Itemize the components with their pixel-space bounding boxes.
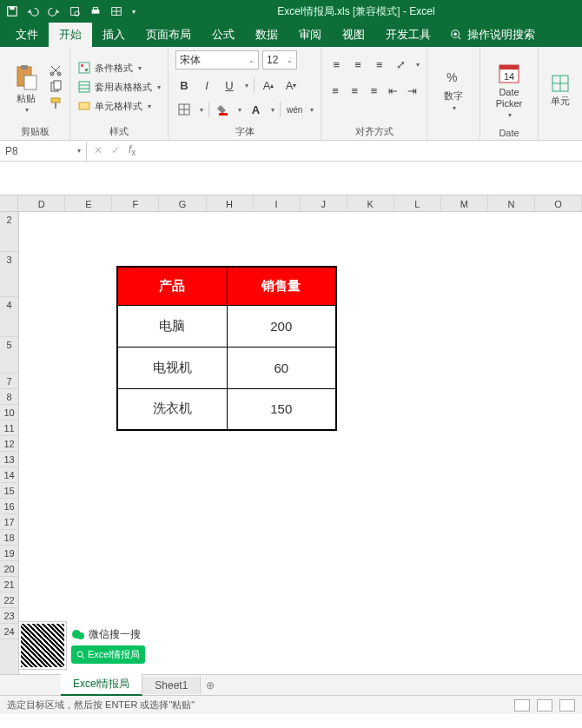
cancel-icon[interactable]: ✕ xyxy=(94,144,103,156)
wechat-badge[interactable]: Excel情报局 xyxy=(71,645,145,664)
name-box[interactable]: P8▾ xyxy=(0,142,87,161)
row-header[interactable]: 20 xyxy=(0,561,18,577)
undo-icon[interactable] xyxy=(26,4,40,18)
format-painter-icon[interactable] xyxy=(49,96,63,110)
sheet-tab[interactable]: Excel情报局 xyxy=(61,674,142,696)
borders-button[interactable] xyxy=(175,101,193,118)
table-cell[interactable]: 电视机 xyxy=(117,347,227,388)
print-icon[interactable] xyxy=(89,4,103,18)
row-header[interactable]: 23 xyxy=(0,608,18,624)
tab-dev[interactable]: 开发工具 xyxy=(375,23,441,47)
orientation-button[interactable]: ⤢ xyxy=(393,56,409,73)
row-header[interactable]: 7 xyxy=(0,374,18,389)
row-header[interactable]: 17 xyxy=(0,514,18,530)
row-header[interactable]: 16 xyxy=(0,499,18,514)
table-header[interactable]: 销售量 xyxy=(227,267,336,305)
align-middle-button[interactable]: ≡ xyxy=(350,56,367,73)
add-sheet-button[interactable]: ⊕ xyxy=(201,679,220,692)
tab-view[interactable]: 视图 xyxy=(332,23,375,47)
number-format-button[interactable]: % 数字▾ xyxy=(434,50,473,126)
underline-button[interactable]: U xyxy=(221,76,238,94)
date-picker-button[interactable]: 14 Date Picker▾ xyxy=(487,50,531,126)
italic-button[interactable]: I xyxy=(198,76,215,94)
grow-font-button[interactable]: A▴ xyxy=(260,76,277,94)
indent-inc-button[interactable]: ⇥ xyxy=(406,82,420,99)
table-format-button[interactable]: 套用表格格式▾ xyxy=(77,80,161,94)
copy-icon[interactable] xyxy=(49,80,63,94)
row-header[interactable]: 13 xyxy=(0,452,18,467)
col-header[interactable]: D xyxy=(18,195,65,211)
save-icon[interactable] xyxy=(5,4,19,18)
cells-button[interactable]: 单元 xyxy=(546,50,575,126)
phonetic-button[interactable]: wén xyxy=(286,101,303,118)
col-header[interactable]: F xyxy=(112,195,159,211)
col-header[interactable]: N xyxy=(488,195,535,211)
align-top-button[interactable]: ≡ xyxy=(328,56,345,73)
tell-me-search[interactable]: 操作说明搜索 xyxy=(441,23,544,47)
row-header[interactable]: 3 xyxy=(0,252,18,297)
col-header[interactable]: H xyxy=(207,195,254,211)
col-header[interactable]: E xyxy=(65,195,112,211)
col-header[interactable]: J xyxy=(301,195,347,211)
font-size-combo[interactable]: 12⌄ xyxy=(262,50,297,69)
tab-insert[interactable]: 插入 xyxy=(92,23,136,47)
tab-formula[interactable]: 公式 xyxy=(202,23,245,47)
row-header[interactable]: 8 xyxy=(0,389,18,405)
align-right-button[interactable]: ≡ xyxy=(367,82,380,99)
row-header[interactable]: 4 xyxy=(0,297,18,337)
shrink-font-button[interactable]: A▾ xyxy=(282,76,300,94)
row-header[interactable]: 19 xyxy=(0,546,18,561)
table-cell[interactable]: 150 xyxy=(227,388,336,430)
normal-view-button[interactable] xyxy=(514,699,530,711)
align-left-button[interactable]: ≡ xyxy=(328,82,342,99)
redo-icon[interactable] xyxy=(47,4,61,18)
worksheet-area[interactable]: D E F G H I J K L M N O 2 3 4 5 7 8 10 1… xyxy=(0,162,582,674)
col-header[interactable]: M xyxy=(441,195,488,211)
sheet-tab[interactable]: Sheet1 xyxy=(142,677,201,694)
table-cell[interactable]: 洗衣机 xyxy=(117,388,227,430)
tab-review[interactable]: 审阅 xyxy=(288,23,332,47)
row-header[interactable]: 10 xyxy=(0,405,18,420)
row-header[interactable]: 14 xyxy=(0,467,18,483)
fill-color-button[interactable] xyxy=(215,101,232,118)
align-center-button[interactable]: ≡ xyxy=(347,82,361,99)
enter-icon[interactable]: ✓ xyxy=(111,144,120,156)
indent-dec-button[interactable]: ⇤ xyxy=(387,82,400,99)
cut-icon[interactable] xyxy=(49,63,63,77)
table-header[interactable]: 产品 xyxy=(117,267,227,305)
font-color-button[interactable]: A xyxy=(247,101,264,118)
row-header[interactable]: 2 xyxy=(0,212,18,252)
select-all-corner[interactable] xyxy=(0,195,18,211)
page-break-button[interactable] xyxy=(559,699,575,711)
font-name-combo[interactable]: 宋体⌄ xyxy=(175,50,259,69)
row-header[interactable]: 15 xyxy=(0,483,18,499)
page-layout-button[interactable] xyxy=(537,699,552,711)
tab-file[interactable]: 文件 xyxy=(5,23,49,47)
tab-home[interactable]: 开始 xyxy=(49,23,92,47)
col-header[interactable]: O xyxy=(535,195,582,211)
cell-styles-button[interactable]: 单元格样式▾ xyxy=(77,99,161,113)
row-header[interactable]: 18 xyxy=(0,530,18,546)
row-header[interactable]: 12 xyxy=(0,436,18,452)
col-header[interactable]: I xyxy=(254,195,301,211)
row-header[interactable]: 21 xyxy=(0,577,18,592)
row-header[interactable]: 5 xyxy=(0,337,18,374)
col-header[interactable]: G xyxy=(159,195,206,211)
fx-icon[interactable]: fx xyxy=(129,143,136,157)
table-icon[interactable] xyxy=(109,4,123,18)
preview-icon[interactable] xyxy=(68,4,82,18)
col-header[interactable]: K xyxy=(347,195,394,211)
paste-button[interactable]: 粘贴 ▾ xyxy=(7,50,45,123)
align-bottom-button[interactable]: ≡ xyxy=(372,56,388,73)
conditional-format-button[interactable]: 条件格式▾ xyxy=(77,61,161,75)
row-header[interactable]: 22 xyxy=(0,592,18,608)
row-header[interactable]: 24 xyxy=(0,624,18,639)
table-cell[interactable]: 60 xyxy=(227,347,336,388)
table-cell[interactable]: 电脑 xyxy=(117,305,227,347)
tab-data[interactable]: 数据 xyxy=(245,23,288,47)
tab-layout[interactable]: 页面布局 xyxy=(136,23,202,47)
row-header[interactable]: 11 xyxy=(0,420,18,436)
table-cell[interactable]: 200 xyxy=(227,305,336,347)
col-header[interactable]: L xyxy=(394,195,441,211)
bold-button[interactable]: B xyxy=(175,76,193,94)
